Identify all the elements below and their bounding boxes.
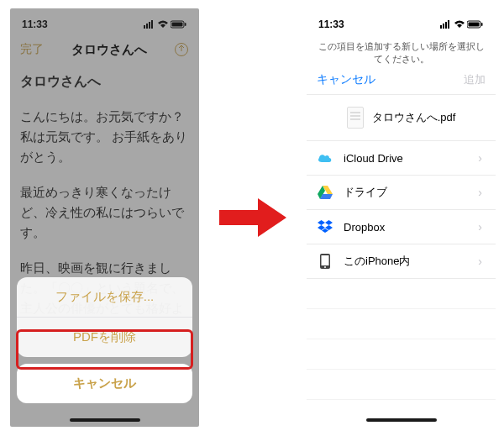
svg-rect-16: [322, 255, 329, 265]
home-indicator: [70, 418, 140, 422]
svg-rect-9: [443, 24, 444, 29]
home-indicator: [366, 418, 437, 422]
chevron-right-icon: ›: [478, 151, 482, 165]
status-time: 11:33: [22, 18, 48, 30]
svg-rect-1: [146, 24, 148, 29]
svg-rect-10: [445, 22, 447, 29]
location-list: iCloud Drive › ドライブ › Dropbox ›: [307, 141, 496, 279]
svg-rect-13: [469, 23, 480, 27]
chevron-right-icon: ›: [478, 255, 482, 268]
svg-rect-8: [440, 25, 442, 29]
file-name: タロウさんへ.pdf: [372, 110, 456, 125]
status-icons: [440, 20, 484, 29]
pdf-file-icon: [347, 107, 364, 129]
status-bar: 11:33: [307, 8, 496, 35]
svg-rect-6: [185, 23, 186, 26]
note-paragraph: 最近めっきり寒くなったけど、冷え性の私にはつらいです。: [20, 183, 189, 244]
location-dropbox[interactable]: Dropbox ›: [307, 210, 496, 244]
share-icon[interactable]: [174, 42, 189, 57]
location-label: このiPhone内: [344, 254, 410, 269]
chevron-right-icon: ›: [478, 220, 482, 234]
note-paragraph: こんにちは。お元気ですか？私は元気です。 お手紙をありがとう。: [20, 108, 189, 168]
phone-right-files: 11:33 この項目を追加する新しい場所を選択してください。 キャンセル 追加 …: [307, 8, 496, 427]
google-drive-icon: [317, 184, 333, 201]
svg-rect-0: [144, 25, 145, 29]
action-sheet-group: ファイルを保存... PDFを削除: [17, 277, 192, 357]
list-separator: [307, 400, 496, 427]
svg-rect-5: [172, 23, 183, 27]
list-separator: [307, 279, 496, 309]
svg-rect-11: [448, 20, 449, 29]
done-button[interactable]: 完了: [20, 42, 44, 57]
chevron-right-icon: ›: [478, 186, 482, 199]
list-separator: [307, 309, 496, 339]
iphone-icon: [317, 253, 333, 270]
status-time: 11:33: [318, 18, 344, 30]
list-separator: [307, 339, 496, 370]
phone-left-notes: 11:33 完了 タロウさんへ タロウさんへ こんにちは。お元気ですか？私は元気…: [10, 8, 199, 427]
location-icloud-drive[interactable]: iCloud Drive ›: [307, 141, 496, 176]
file-picker-nav: この項目を追加する新しい場所を選択してください。 キャンセル 追加: [307, 35, 496, 95]
location-label: ドライブ: [344, 185, 387, 200]
status-bar: 11:33: [10, 8, 199, 35]
list-separator: [307, 370, 496, 400]
file-row: タロウさんへ.pdf: [307, 95, 496, 141]
dropbox-icon: [317, 218, 333, 235]
location-google-drive[interactable]: ドライブ ›: [307, 176, 496, 210]
cancel-button[interactable]: キャンセル: [17, 364, 192, 403]
note-headline: タロウさんへ: [20, 71, 189, 92]
svg-rect-2: [149, 22, 150, 29]
add-button-disabled: 追加: [464, 72, 486, 87]
picker-prompt: この項目を追加する新しい場所を選択してください。: [317, 40, 486, 66]
location-label: Dropbox: [344, 221, 385, 234]
save-to-files-button[interactable]: ファイルを保存...: [17, 277, 192, 317]
svg-rect-14: [481, 23, 483, 26]
location-on-my-iphone[interactable]: このiPhone内 ›: [307, 244, 496, 279]
note-title: タロウさんへ: [71, 42, 147, 58]
svg-rect-3: [151, 20, 153, 29]
icloud-icon: [317, 150, 333, 166]
location-label: iCloud Drive: [344, 152, 403, 165]
delete-pdf-button[interactable]: PDFを削除: [17, 317, 192, 357]
svg-point-17: [324, 266, 326, 268]
cancel-button[interactable]: キャンセル: [317, 72, 375, 87]
action-sheet: ファイルを保存... PDFを削除 キャンセル: [17, 277, 192, 403]
status-icons: [144, 20, 187, 29]
notes-nav: 完了 タロウさんへ: [10, 35, 199, 64]
arrow-icon: [216, 195, 290, 240]
